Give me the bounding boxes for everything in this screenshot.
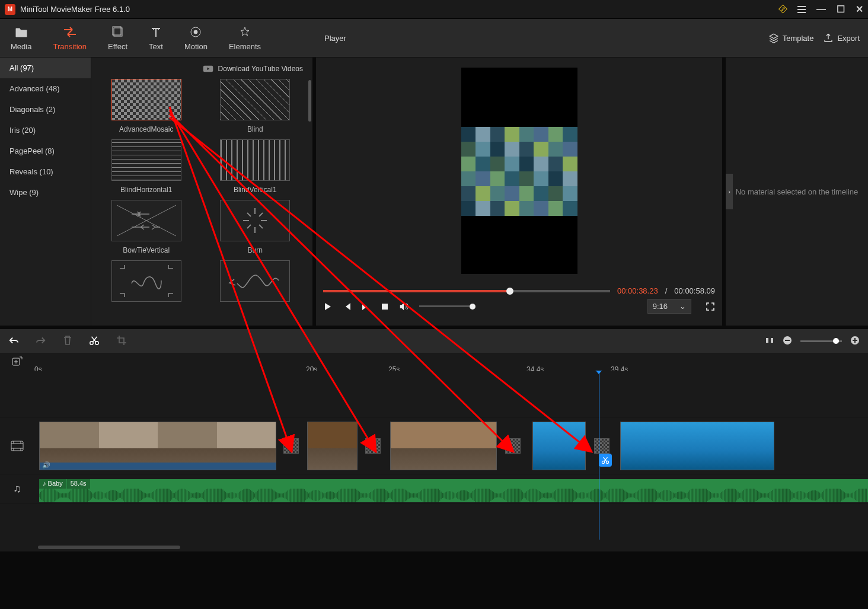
video-track[interactable]: 🔊	[0, 418, 868, 474]
tab-elements[interactable]: Elements	[218, 19, 272, 57]
sidebar-item-1[interactable]: Advanced (48)	[0, 78, 91, 99]
fit-timeline-button[interactable]	[765, 336, 774, 347]
transition-thumb-5[interactable]: Burn	[208, 200, 304, 254]
no-selection-message: No material selected on the timeline	[736, 187, 859, 196]
sidebar-item-4[interactable]: PagePeel (8)	[0, 141, 91, 161]
tab-effect[interactable]: Effect	[97, 19, 138, 57]
export-button[interactable]: Export	[823, 33, 860, 43]
player-header: Player Template Export	[316, 19, 868, 57]
time-separator: /	[665, 286, 668, 295]
svg-line-11	[259, 213, 263, 216]
svg-line-9	[247, 213, 251, 216]
crop-button[interactable]	[116, 335, 127, 347]
license-key-icon[interactable]: ⚿	[777, 4, 789, 15]
elements-icon	[239, 25, 251, 39]
tab-label: Elements	[229, 42, 261, 51]
chevron-down-icon: ⌄	[679, 302, 686, 311]
aspect-ratio-select[interactable]: 9:16 ⌄	[647, 299, 691, 314]
sidebar-item-2[interactable]: Diagonals (2)	[0, 99, 91, 120]
audio-clip[interactable]: ♪ Baby58.4s	[39, 479, 868, 502]
tab-label: Text	[149, 42, 163, 51]
audio-track[interactable]: ♫ ♪ Baby58.4s	[0, 474, 868, 504]
thumb-label: BlindHorizontal1	[120, 186, 172, 194]
motion-icon	[190, 25, 202, 39]
transition-slot-2[interactable]	[505, 438, 521, 454]
export-label: Export	[837, 34, 860, 43]
playhead[interactable]	[599, 371, 599, 540]
transition-thumb-4[interactable]: BowTieVertical	[98, 200, 194, 254]
transition-thumb-7[interactable]	[208, 260, 304, 307]
play-button[interactable]	[323, 302, 333, 311]
volume-slider[interactable]	[419, 305, 473, 307]
split-button[interactable]	[89, 335, 100, 347]
svg-rect-17	[785, 340, 790, 341]
thumb-label: Burn	[248, 246, 263, 254]
template-button[interactable]: Template	[768, 33, 814, 43]
minimize-button[interactable]: —	[816, 4, 826, 15]
overlay-track[interactable]	[0, 371, 868, 418]
video-clip-2[interactable]	[390, 422, 497, 470]
menu-icon[interactable]	[797, 6, 806, 13]
redo-button[interactable]	[36, 336, 46, 347]
clip-speaker-icon: 🔊	[42, 461, 50, 469]
video-clip-4[interactable]	[620, 422, 774, 470]
audio-clip-tag: ♪ Baby	[39, 479, 67, 489]
audio-track-icon: ♫	[0, 483, 34, 495]
video-clip-1[interactable]	[307, 422, 358, 470]
preview-area	[316, 58, 722, 284]
titlebar: M MiniTool MovieMaker Free 6.1.0 ⚿ — ☐ ✕	[0, 0, 868, 19]
sidebar-item-0[interactable]: All (97)	[0, 58, 91, 78]
tab-text[interactable]: Text	[138, 19, 174, 57]
transition-thumb-2[interactable]: BlindHorizontal1	[98, 139, 194, 194]
zoom-in-button[interactable]	[850, 336, 860, 347]
sidebar-item-3[interactable]: Iris (20)	[0, 120, 91, 141]
thumb-label: BowTieVertical	[123, 246, 170, 254]
tab-motion[interactable]: Motion	[174, 19, 218, 57]
player-label: Player	[324, 34, 346, 43]
tab-media[interactable]: Media	[0, 19, 42, 57]
template-label: Template	[783, 34, 814, 43]
prev-frame-button[interactable]	[342, 302, 352, 311]
maximize-button[interactable]: ☐	[837, 4, 845, 15]
transition-thumb-6[interactable]	[98, 260, 194, 307]
video-track-icon	[0, 441, 34, 451]
sidebar-item-5[interactable]: Reveals (10)	[0, 161, 91, 182]
delete-button[interactable]	[63, 335, 72, 347]
download-youtube-link[interactable]: Download YouTube Videos	[218, 65, 303, 73]
tab-transition[interactable]: Transition	[42, 19, 97, 57]
collapse-panel-button[interactable]: ›	[726, 174, 733, 209]
effect-icon	[112, 25, 124, 39]
transition-thumb-1[interactable]: Blind	[208, 79, 304, 133]
tab-label: Media	[11, 42, 31, 51]
transition-slot-0[interactable]	[283, 438, 299, 454]
fullscreen-button[interactable]	[706, 302, 715, 311]
video-clip-3[interactable]	[532, 422, 586, 470]
app-title: MiniTool MovieMaker Free 6.1.0	[20, 5, 779, 14]
add-track-button[interactable]	[0, 356, 34, 367]
duration-time: 00:00:58.09	[674, 286, 715, 295]
transition-thumb-0[interactable]: AdvancedMosaic	[98, 79, 194, 133]
zoom-slider[interactable]	[800, 340, 842, 342]
transitions-scrollbar[interactable]	[308, 80, 311, 122]
sidebar-item-6[interactable]: Wipe (9)	[0, 182, 91, 203]
zoom-out-button[interactable]	[783, 336, 792, 347]
tab-label: Effect	[108, 42, 127, 51]
timeline-scrollbar[interactable]	[38, 546, 180, 549]
progress-bar[interactable]	[323, 290, 610, 292]
thumb-label: BlindVertical1	[234, 186, 277, 194]
youtube-download-icon	[203, 65, 213, 72]
volume-button[interactable]	[399, 302, 410, 311]
close-button[interactable]: ✕	[856, 4, 863, 15]
video-clip-0[interactable]: 🔊	[39, 422, 276, 470]
transition-thumb-3[interactable]: BlindVertical1	[208, 139, 304, 194]
current-time: 00:00:38.23	[617, 286, 658, 295]
transition-slot-3[interactable]	[594, 438, 609, 454]
next-frame-button[interactable]	[361, 302, 371, 311]
thumb-label: AdvancedMosaic	[119, 125, 173, 133]
stop-button[interactable]	[380, 302, 390, 311]
undo-button[interactable]	[8, 336, 19, 347]
transition-grid-panel: Download YouTube Videos AdvancedMosaicBl…	[91, 58, 312, 326]
thumb-label: Blind	[247, 125, 263, 133]
split-indicator[interactable]	[599, 454, 612, 467]
transition-slot-1[interactable]	[365, 438, 381, 454]
